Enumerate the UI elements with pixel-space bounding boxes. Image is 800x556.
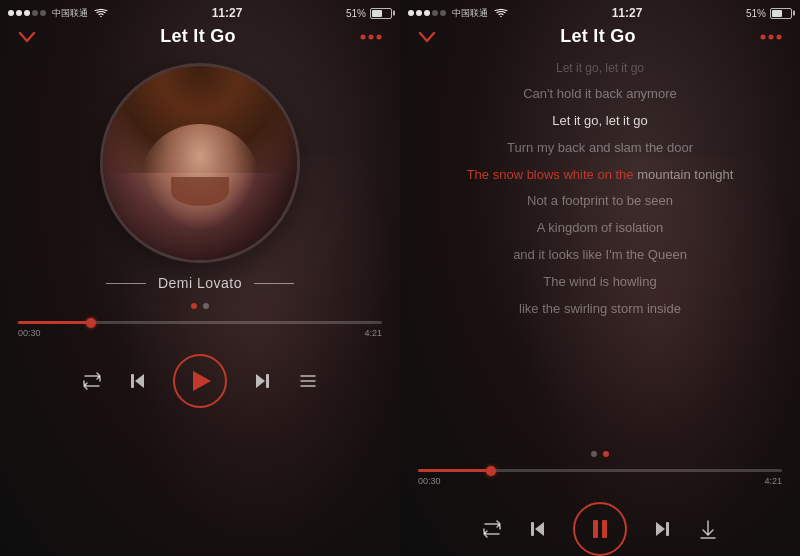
svg-rect-14: [531, 522, 534, 536]
carrier-left: 中国联通: [52, 7, 88, 20]
signal-dot-2: [16, 10, 22, 16]
carrier-right: 中国联通: [452, 7, 488, 20]
battery-fill-right: [772, 10, 782, 17]
status-right-left: 51%: [346, 8, 392, 19]
lyric-line-6: A kingdom of isolation: [537, 218, 663, 239]
controls-right: [463, 502, 737, 556]
lyrics-container: Let it go, let it go Can't hold it back …: [400, 55, 800, 451]
progress-section-left: 00:30 4:21: [0, 321, 400, 338]
time-end-right: 4:21: [764, 476, 782, 486]
signal-dot-r5: [440, 10, 446, 16]
dot-left-1[interactable]: [191, 303, 197, 309]
artist-dash-right: [254, 283, 294, 284]
svg-point-10: [760, 34, 765, 39]
lyric-line-7: and it looks like I'm the Queen: [513, 245, 687, 266]
prev-button-left[interactable]: [127, 370, 149, 392]
face-smile: [171, 177, 229, 206]
repeat-button[interactable]: [81, 370, 103, 392]
song-title-right: Let It Go: [560, 26, 636, 47]
more-menu-left[interactable]: [360, 34, 382, 40]
play-icon: [193, 371, 211, 391]
progress-bar-left[interactable]: [18, 321, 382, 324]
signal-dot-r1: [408, 10, 414, 16]
next-button-left[interactable]: [251, 370, 273, 392]
dot-left-2[interactable]: [203, 303, 209, 309]
lyric-subtitle: Let it go, let it go: [556, 59, 644, 78]
battery-pct-right: 51%: [746, 8, 766, 19]
lyric-line-2: Let it go, let it go: [552, 111, 647, 132]
prev-button-right[interactable]: [527, 518, 549, 540]
next-button-right[interactable]: [651, 518, 673, 540]
controls-left: [63, 354, 337, 408]
status-right-right: 51%: [746, 8, 792, 19]
chevron-down-left[interactable]: [18, 31, 36, 43]
progress-section-right: 00:30 4:21: [400, 469, 800, 486]
svg-point-12: [776, 34, 781, 39]
battery-fill-left: [372, 10, 382, 17]
svg-point-1: [368, 34, 373, 39]
pause-bar-left: [593, 520, 598, 538]
signal-dot-4: [32, 10, 38, 16]
chevron-down-right[interactable]: [418, 31, 436, 43]
progress-thumb-right[interactable]: [486, 466, 496, 476]
more-menu-right[interactable]: [760, 34, 782, 40]
progress-fill-right: [418, 469, 491, 472]
repeat-button-right[interactable]: [481, 518, 503, 540]
header-left: Let It Go: [0, 22, 400, 55]
status-time-right: 11:27: [612, 6, 643, 20]
svg-rect-6: [266, 374, 269, 388]
pagination-right: [591, 451, 609, 457]
list-button[interactable]: [297, 370, 319, 392]
pause-button[interactable]: [573, 502, 627, 556]
header-right: Let It Go: [400, 22, 800, 55]
status-time-left: 11:27: [212, 6, 243, 20]
progress-bar-right[interactable]: [418, 469, 782, 472]
signal-dot-5: [40, 10, 46, 16]
progress-fill-left: [18, 321, 91, 324]
progress-thumb-left[interactable]: [86, 318, 96, 328]
svg-rect-4: [131, 374, 134, 388]
status-left-right: 中国联通: [408, 7, 508, 20]
left-panel: 中国联通 11:27 51%: [0, 0, 400, 556]
signal-dot-3: [24, 10, 30, 16]
lyric-line-1: Can't hold it back anymore: [523, 84, 677, 105]
time-start-right: 00:30: [418, 476, 441, 486]
svg-marker-13: [535, 522, 544, 536]
lyric-line-9: like the swirling storm inside: [519, 299, 681, 320]
status-bar-right: 中国联通 11:27 51%: [400, 0, 800, 22]
wifi-icon-right: [494, 8, 508, 18]
album-art-face: [103, 66, 297, 260]
pause-bar-right: [602, 520, 607, 538]
lyric-line-3: Turn my back and slam the door: [507, 138, 693, 159]
song-title-left: Let It Go: [160, 26, 236, 47]
signal-dot-r2: [416, 10, 422, 16]
play-button[interactable]: [173, 354, 227, 408]
album-art: [100, 63, 300, 263]
time-start-left: 00:30: [18, 328, 41, 338]
progress-times-left: 00:30 4:21: [18, 328, 382, 338]
right-panel: 中国联通 11:27 51%: [400, 0, 800, 556]
artist-line: Demi Lovato: [106, 275, 294, 291]
battery-icon-left: [370, 8, 392, 19]
wifi-icon-left: [94, 8, 108, 18]
download-button[interactable]: [697, 518, 719, 540]
dot-right-2[interactable]: [603, 451, 609, 457]
svg-marker-15: [656, 522, 665, 536]
battery-icon-right: [770, 8, 792, 19]
svg-point-11: [768, 34, 773, 39]
lyric-line-8: The wind is howling: [543, 272, 656, 293]
dot-right-1[interactable]: [591, 451, 597, 457]
artist-dash-left: [106, 283, 146, 284]
lyric-line-5: Not a footprint to be seen: [527, 191, 673, 212]
svg-rect-16: [666, 522, 669, 536]
artist-name: Demi Lovato: [158, 275, 242, 291]
time-end-left: 4:21: [364, 328, 382, 338]
battery-pct-left: 51%: [346, 8, 366, 19]
pause-icon: [593, 520, 607, 538]
svg-marker-5: [256, 374, 265, 388]
status-bar-left: 中国联通 11:27 51%: [0, 0, 400, 22]
pagination-left: [191, 303, 209, 309]
progress-times-right: 00:30 4:21: [418, 476, 782, 486]
lyric-line-4: The snow blows white on the mountain ton…: [467, 165, 734, 186]
signal-dot-r4: [432, 10, 438, 16]
